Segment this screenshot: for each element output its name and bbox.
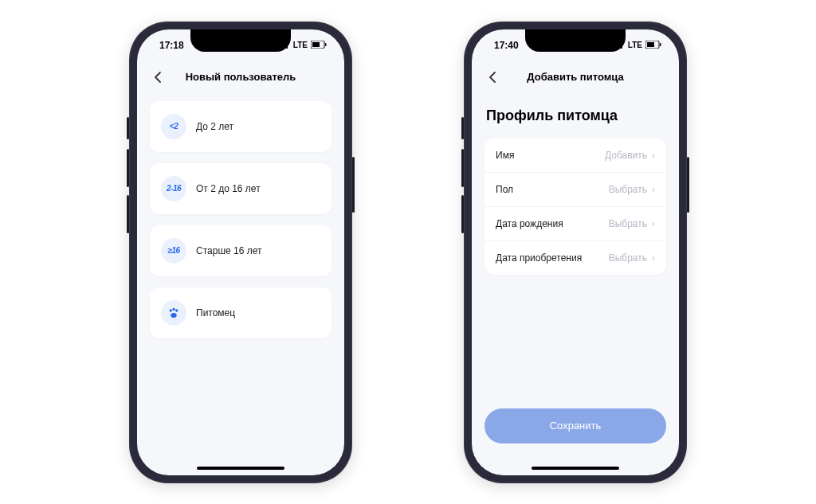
save-button-label: Сохранить <box>550 420 602 432</box>
option-label: От 2 до 16 лет <box>196 183 261 194</box>
screen-left: 17:18 LTE Новый пользователь <2 До 2 лет <box>137 29 344 475</box>
field-label: Дата приобретения <box>496 252 582 264</box>
content-right: Профиль питомца Имя Добавить › Пол Выбра… <box>472 93 679 459</box>
field-placeholder: Выбрать <box>609 184 647 195</box>
phone-frame-right: 17:40 LTE Добавить питомца Профиль питом… <box>464 21 687 483</box>
option-over-16[interactable]: ≥16 Старше 16 лет <box>150 225 332 276</box>
badge-2-16-icon: 2-16 <box>161 176 186 201</box>
chevron-right-icon: › <box>652 150 655 161</box>
section-title: Профиль питомца <box>484 101 666 139</box>
nav-title: Добавить питомца <box>527 71 623 83</box>
screen-right: 17:40 LTE Добавить питомца Профиль питом… <box>472 29 679 475</box>
field-gender[interactable]: Пол Выбрать › <box>484 173 666 207</box>
notch <box>190 29 291 52</box>
status-time: 17:18 <box>159 40 184 51</box>
form-group: Имя Добавить › Пол Выбрать › Дата рожден… <box>484 139 666 275</box>
badge-under-2-icon: <2 <box>161 114 186 139</box>
nav-bar: Новый пользователь <box>137 61 344 93</box>
field-birthdate[interactable]: Дата рождения Выбрать › <box>484 207 666 241</box>
chevron-left-icon <box>154 71 162 84</box>
notch <box>525 29 626 52</box>
field-label: Пол <box>496 184 513 195</box>
svg-rect-17 <box>660 43 661 46</box>
svg-rect-6 <box>325 43 327 46</box>
svg-rect-16 <box>647 42 654 47</box>
back-button[interactable] <box>150 69 166 85</box>
chevron-right-icon: › <box>652 218 655 229</box>
status-time: 17:40 <box>494 40 519 51</box>
battery-icon <box>645 41 661 50</box>
home-indicator[interactable] <box>197 467 284 470</box>
field-name[interactable]: Имя Добавить › <box>484 139 666 173</box>
option-label: Старше 16 лет <box>196 245 261 256</box>
svg-point-10 <box>171 313 177 318</box>
field-placeholder: Выбрать <box>609 218 647 229</box>
option-label: Питомец <box>196 307 235 318</box>
field-placeholder: Выбрать <box>609 252 647 264</box>
save-button[interactable]: Сохранить <box>484 408 666 443</box>
field-placeholder: Добавить <box>605 150 647 161</box>
chevron-right-icon: › <box>652 184 655 195</box>
back-button[interactable] <box>484 69 500 85</box>
svg-point-8 <box>172 307 175 310</box>
option-under-2[interactable]: <2 До 2 лет <box>150 101 332 152</box>
field-value: Добавить › <box>605 150 655 161</box>
option-pet[interactable]: Питомец <box>150 287 332 338</box>
svg-point-9 <box>175 309 178 311</box>
field-label: Имя <box>496 150 514 161</box>
paw-icon <box>161 300 186 326</box>
nav-bar: Добавить питомца <box>472 61 679 93</box>
chevron-left-icon <box>488 71 496 84</box>
battery-icon <box>311 41 327 50</box>
field-label: Дата рождения <box>496 218 563 229</box>
option-label: До 2 лет <box>196 121 233 132</box>
field-value: Выбрать › <box>609 218 655 229</box>
chevron-right-icon: › <box>652 252 655 264</box>
network-label: LTE <box>628 41 642 49</box>
field-acquisition-date[interactable]: Дата приобретения Выбрать › <box>484 241 666 275</box>
field-value: Выбрать › <box>609 184 655 195</box>
field-value: Выбрать › <box>609 252 655 264</box>
content-left: <2 До 2 лет 2-16 От 2 до 16 лет ≥16 Стар… <box>137 93 344 459</box>
svg-rect-5 <box>312 42 320 47</box>
phone-frame-left: 17:18 LTE Новый пользователь <2 До 2 лет <box>129 21 352 483</box>
nav-title: Новый пользователь <box>186 71 296 83</box>
badge-over-16-icon: ≥16 <box>161 238 186 264</box>
network-label: LTE <box>293 41 308 49</box>
svg-point-7 <box>170 309 172 311</box>
home-indicator[interactable] <box>532 467 619 470</box>
option-2-to-16[interactable]: 2-16 От 2 до 16 лет <box>150 163 332 214</box>
